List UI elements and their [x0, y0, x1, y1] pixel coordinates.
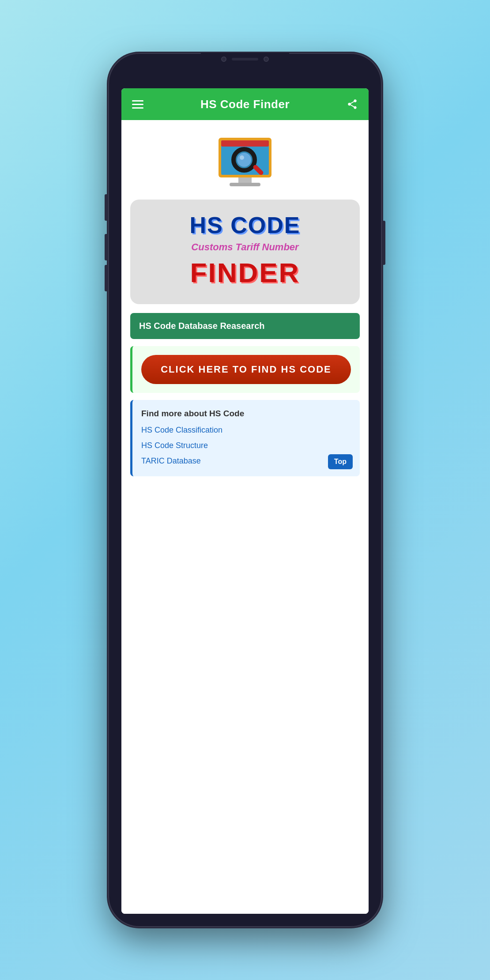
phone-frame: HS Code Finder [108, 53, 382, 927]
hs-code-classification-link[interactable]: HS Code Classification [141, 426, 351, 435]
find-button-label: CLICK HERE TO FIND HS CODE [161, 364, 332, 375]
notch-bar [201, 53, 289, 65]
banner-section: HS CODE Customs Tariff Number FINDER [130, 200, 360, 304]
info-title: Find more about HS Code [141, 409, 351, 418]
taric-database-link[interactable]: TARIC Database [141, 456, 351, 466]
app-bar: HS Code Finder [121, 88, 369, 120]
content-area: HS CODE Customs Tariff Number FINDER HS … [121, 120, 369, 914]
sensor [264, 57, 269, 62]
svg-point-8 [240, 155, 244, 160]
speaker [232, 58, 258, 60]
banner-title: HS CODE [139, 213, 351, 238]
app-logo-icon [210, 133, 280, 191]
svg-point-7 [237, 153, 251, 167]
banner-subtitle: Customs Tariff Number [139, 241, 351, 253]
banner-finder: FINDER [139, 259, 351, 286]
hs-code-structure-link[interactable]: HS Code Structure [141, 441, 351, 450]
top-button[interactable]: Top [328, 454, 353, 469]
svg-rect-3 [238, 177, 252, 184]
find-section: CLICK HERE TO FIND HS CODE [130, 346, 360, 393]
front-camera [221, 57, 226, 62]
phone-notch [108, 53, 382, 88]
app-title: HS Code Finder [200, 98, 290, 111]
section-header: HS Code Database Reasearch [130, 313, 360, 339]
hamburger-menu-icon[interactable] [132, 100, 143, 109]
svg-rect-2 [221, 140, 269, 147]
info-section: Find more about HS Code HS Code Classifi… [130, 400, 360, 476]
share-icon[interactable] [347, 98, 358, 110]
logo-section [201, 120, 289, 200]
phone-screen: HS Code Finder [121, 88, 369, 914]
section-header-text: HS Code Database Reasearch [139, 321, 265, 331]
svg-rect-4 [230, 183, 260, 186]
find-hs-code-button[interactable]: CLICK HERE TO FIND HS CODE [141, 355, 351, 384]
